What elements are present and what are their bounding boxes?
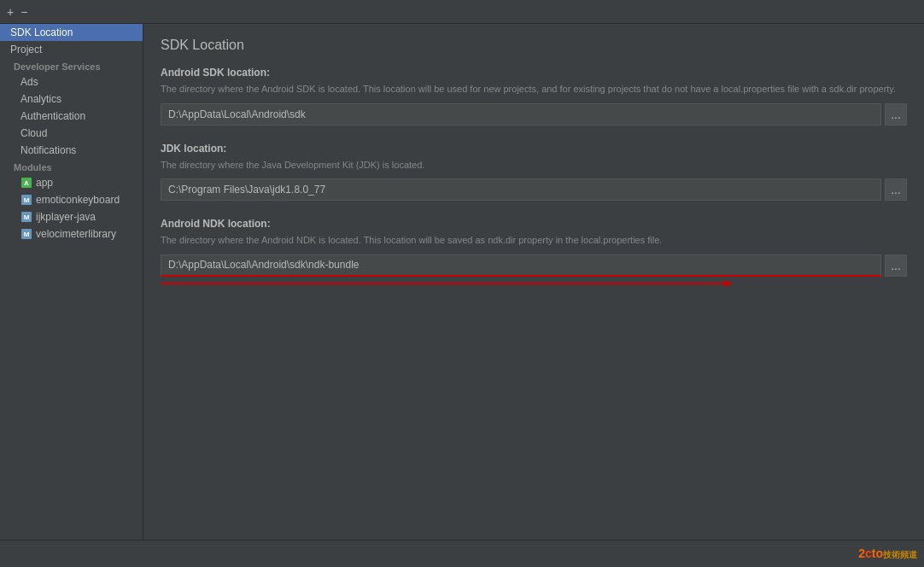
emoticonkeyboard-module-label: emoticonkeyboard <box>36 194 120 206</box>
android-ndk-path-input[interactable] <box>161 254 881 277</box>
add-icon[interactable]: + <box>7 5 14 19</box>
ads-label: Ads <box>20 76 38 88</box>
sidebar-item-app[interactable]: A app <box>0 174 143 191</box>
android-sdk-input-row: ... <box>161 103 907 126</box>
android-sdk-browse-button[interactable]: ... <box>885 103 907 126</box>
android-ndk-label: Android NDK location: <box>161 218 907 230</box>
page-title: SDK Location <box>161 38 907 53</box>
watermark-text: 2cto技術頻道 <box>858 547 917 561</box>
jdk-label: JDK location: <box>161 143 907 155</box>
toolbar: + − <box>0 0 924 24</box>
sidebar-item-velocimeterlibrary[interactable]: M velocimeterlibrary <box>0 225 143 243</box>
ijkplayer-module-label: ijkplayer-java <box>36 211 96 223</box>
app-module-label: app <box>36 177 53 189</box>
main-container: SDK Location Project Developer Services … <box>0 24 924 540</box>
sidebar: SDK Location Project Developer Services … <box>0 24 143 540</box>
ijkplayer-module-icon: M <box>20 211 32 223</box>
red-arrow-annotation <box>161 277 907 294</box>
sdk-location-label: SDK Location <box>10 26 73 38</box>
app-module-icon: A <box>20 177 32 189</box>
android-ndk-section: Android NDK location: The directory wher… <box>161 218 907 294</box>
svg-marker-1 <box>724 280 733 287</box>
velocimeterlibrary-module-icon: M <box>20 228 32 240</box>
sidebar-item-authentication[interactable]: Authentication <box>0 108 143 125</box>
android-sdk-section: Android SDK location: The directory wher… <box>161 67 907 126</box>
jdk-input-row: ... <box>161 178 907 201</box>
velocimeterlibrary-module-label: velocimeterlibrary <box>36 228 116 240</box>
bottom-bar: 2cto技術頻道 <box>0 540 924 567</box>
sidebar-item-ads[interactable]: Ads <box>0 73 143 91</box>
sidebar-item-sdk-location[interactable]: SDK Location <box>0 24 143 41</box>
sidebar-item-notifications[interactable]: Notifications <box>0 142 143 159</box>
android-ndk-desc: The directory where the Android NDK is l… <box>161 233 907 248</box>
cloud-label: Cloud <box>20 127 47 139</box>
sidebar-item-ijkplayer-java[interactable]: M ijkplayer-java <box>0 208 143 225</box>
android-sdk-label: Android SDK location: <box>161 67 907 79</box>
android-ndk-input-row: ... <box>161 254 907 277</box>
android-sdk-path-input[interactable] <box>161 103 881 126</box>
notifications-label: Notifications <box>20 144 76 156</box>
content-panel: SDK Location Android SDK location: The d… <box>143 24 924 540</box>
remove-icon[interactable]: − <box>20 5 27 19</box>
android-sdk-desc: The directory where the Android SDK is l… <box>161 82 907 96</box>
emoticonkeyboard-module-icon: M <box>20 194 32 206</box>
jdk-path-input[interactable] <box>161 178 881 201</box>
analytics-label: Analytics <box>20 93 61 105</box>
sidebar-item-analytics[interactable]: Analytics <box>0 91 143 108</box>
developer-services-header: Developer Services <box>0 58 143 73</box>
jdk-browse-button[interactable]: ... <box>885 178 907 201</box>
sidebar-item-project[interactable]: Project <box>0 41 143 58</box>
sidebar-item-cloud[interactable]: Cloud <box>0 125 143 142</box>
red-underline-arrow <box>161 277 758 294</box>
project-label: Project <box>10 44 42 56</box>
sidebar-item-emoticonkeyboard[interactable]: M emoticonkeyboard <box>0 191 143 208</box>
modules-header: Modules <box>0 159 143 174</box>
jdk-section: JDK location: The directory where the Ja… <box>161 143 907 202</box>
jdk-desc: The directory where the Java Development… <box>161 158 907 172</box>
authentication-label: Authentication <box>20 110 85 122</box>
android-ndk-browse-button[interactable]: ... <box>885 254 907 277</box>
